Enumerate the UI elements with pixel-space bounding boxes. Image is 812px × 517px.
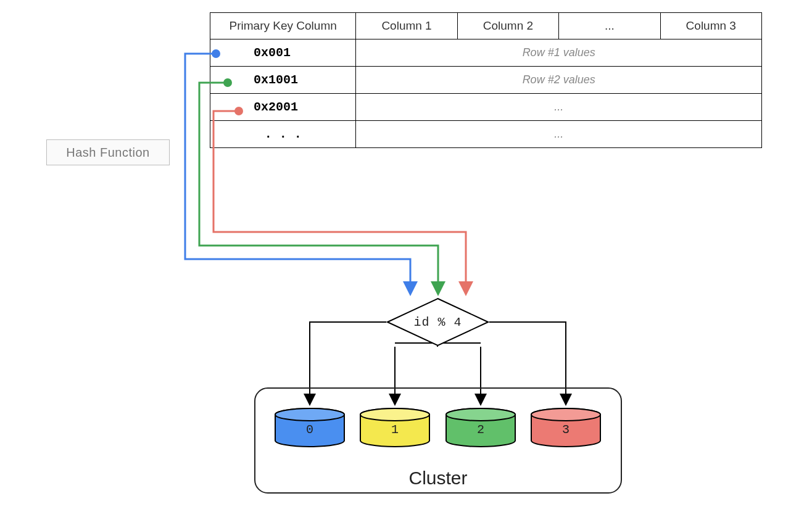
cluster-node-label: 2 <box>444 407 518 448</box>
table-row: 0x1001 Row #2 values <box>210 67 762 94</box>
col-header-2: Column 2 <box>457 13 558 39</box>
row-values-cell: ... <box>356 94 762 121</box>
cluster-node-label: 3 <box>529 407 603 448</box>
dot-icon <box>234 107 243 115</box>
hash-function-label: Hash Function <box>66 146 149 160</box>
table-row: . . . ... <box>210 121 762 148</box>
cluster-node: 0 <box>273 407 347 448</box>
primary-key-cell: 0x001 <box>210 39 356 67</box>
primary-key-cell: 0x2001 <box>210 94 356 121</box>
hash-function-box: Hash Function <box>46 139 170 165</box>
col-header-1: Column 1 <box>356 13 457 39</box>
table-header-row: Primary Key Column Column 1 Column 2 ...… <box>210 13 762 39</box>
dot-icon <box>223 78 232 87</box>
cluster-title: Cluster <box>255 468 621 489</box>
row-values-cell: Row #2 values <box>356 67 762 94</box>
row-values-cell: Row #1 values <box>356 39 762 67</box>
decision-diamond: id % 4 <box>386 297 489 347</box>
table-row: 0x001 Row #1 values <box>210 39 762 67</box>
col-header-ellipsis: ... <box>559 13 660 39</box>
table-row: 0x2001 ... <box>210 94 762 121</box>
cluster-node-label: 0 <box>273 407 347 448</box>
decision-label: id % 4 <box>386 297 489 347</box>
diagram-canvas: Primary Key Column Column 1 Column 2 ...… <box>0 0 812 517</box>
col-header-3: Column 3 <box>660 13 761 39</box>
cluster-node: 2 <box>444 407 518 448</box>
col-header-primary-key: Primary Key Column <box>210 13 356 39</box>
cluster-node: 3 <box>529 407 603 448</box>
row-values-cell: ... <box>356 121 762 148</box>
cluster-node: 1 <box>358 407 432 448</box>
primary-key-cell: . . . <box>210 121 356 148</box>
data-table: Primary Key Column Column 1 Column 2 ...… <box>210 12 762 148</box>
dot-icon <box>212 49 220 58</box>
cluster-node-label: 1 <box>358 407 432 448</box>
primary-key-cell: 0x1001 <box>210 67 356 94</box>
